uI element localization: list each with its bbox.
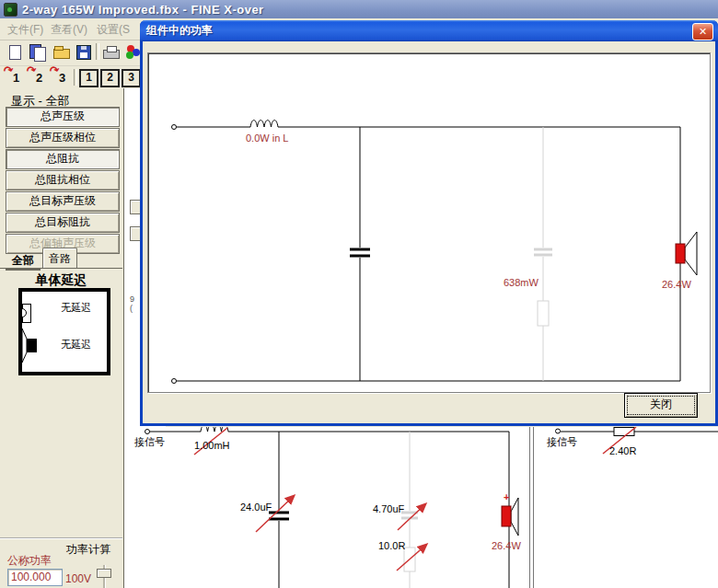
voltage-value: 100V <box>65 572 91 585</box>
cap1-value[interactable]: 24.0uF <box>240 502 272 513</box>
sidebar: 显示 - 全部 总声压级 总声压级相位 总阻抗 总阻抗相位 总目标声压级 总目标… <box>0 88 124 588</box>
menu-settings[interactable]: 设置(S <box>97 22 130 38</box>
total-impedance-button[interactable]: 总阻抗 <box>6 149 120 169</box>
window-3-icon[interactable]: 3 <box>122 69 141 87</box>
toolbar-views: ↷1 ↷2 ↷3 1 2 3 <box>0 66 147 89</box>
tabs-divider <box>0 268 122 269</box>
tab-ways[interactable]: 音路 <box>42 248 77 269</box>
power-schematic-drawing <box>148 53 710 392</box>
menu-view[interactable]: 查看(V) <box>51 22 87 38</box>
total-impedance-phase-button[interactable]: 总阻抗相位 <box>6 170 120 190</box>
window-title: 2-way 165W Improved.fbx - FINE X-over <box>22 3 264 17</box>
dialog-title: 组件中的功率 <box>140 23 213 39</box>
resistor1-value[interactable]: 10.0R <box>378 540 405 551</box>
goto-xover-1-icon[interactable]: ↷1 <box>6 68 26 86</box>
application-window: 2-way 165W Improved.fbx - FINE X-over 文件… <box>0 0 718 588</box>
inductor-value[interactable]: 1.00mH <box>194 440 230 451</box>
resistor2-value[interactable]: 2.40R <box>609 445 636 456</box>
branch-power-label: 638mW <box>504 277 538 288</box>
print-icon[interactable] <box>101 43 120 61</box>
speaker-cabinet-diagram: 无延迟 无延迟 <box>18 288 110 375</box>
goto-xover-3-icon[interactable]: ↷3 <box>52 68 72 86</box>
power-in-components-dialog: 组件中的功率 ✕ <box>140 20 718 426</box>
voltage-slider[interactable] <box>96 565 112 588</box>
new-file-icon[interactable] <box>6 43 24 61</box>
total-spl-button[interactable]: 总声压级 <box>6 107 120 127</box>
speaker-power-label: 26.4W <box>662 279 691 290</box>
window-1-icon[interactable]: 1 <box>79 69 98 87</box>
crossover-schematic: 接信号 1.00mH 24.0uF 4.70uF 10.0R + 26.4W 接… <box>124 427 718 588</box>
left-input-label: 接信号 <box>134 436 165 447</box>
nominal-power-input[interactable]: 100.000 <box>7 569 63 586</box>
cap2-value[interactable]: 4.70uF <box>373 503 404 514</box>
open-file-icon[interactable] <box>52 43 70 61</box>
total-spl-phase-button[interactable]: 总声压级相位 <box>6 128 120 148</box>
power-calc-title: 功率计算 <box>66 542 110 558</box>
total-target-impedance-button[interactable]: 总目标阻抗 <box>6 213 120 233</box>
new-project-icon[interactable] <box>28 43 46 61</box>
covered-text-fragment: 9 ( <box>130 294 134 313</box>
woofer-delay-status: 无延迟 <box>61 338 91 352</box>
window-2-icon[interactable]: 2 <box>100 69 120 87</box>
power-schematic-canvas: 0.0W in L 638mW 26.4W <box>147 52 711 393</box>
menu-file[interactable]: 文件(F) <box>7 22 43 38</box>
tweeter-delay-status: 无延迟 <box>61 301 91 315</box>
woofer-power-label: 26.4W <box>492 540 521 551</box>
right-input-label: 接信号 <box>547 436 577 447</box>
unit-delay-title: 单体延迟 <box>0 272 122 289</box>
dialog-titlebar: 组件中的功率 ✕ <box>140 20 718 41</box>
inductor-power-label: 0.0W in L <box>246 133 288 144</box>
dialog-close-icon[interactable]: ✕ <box>692 23 713 40</box>
total-target-spl-button[interactable]: 总目标声压级 <box>6 191 120 212</box>
toolbar-separator <box>96 43 99 60</box>
power-calc-panel: 功率计算 公称功率 100.000 100V <box>0 537 122 588</box>
titlebar: 2-way 165W Improved.fbx - FINE X-over <box>0 0 718 18</box>
close-button[interactable]: 关闭 <box>624 393 698 418</box>
toolbar-separator <box>74 69 77 86</box>
app-icon <box>4 3 17 17</box>
nominal-power-label: 公称功率 <box>7 553 52 569</box>
save-icon[interactable] <box>74 43 92 61</box>
slider-thumb[interactable] <box>97 569 111 578</box>
toolbar-main <box>0 40 147 66</box>
speaker-plus-sign: + <box>504 491 509 502</box>
goto-xover-2-icon[interactable]: ↷2 <box>29 68 49 86</box>
